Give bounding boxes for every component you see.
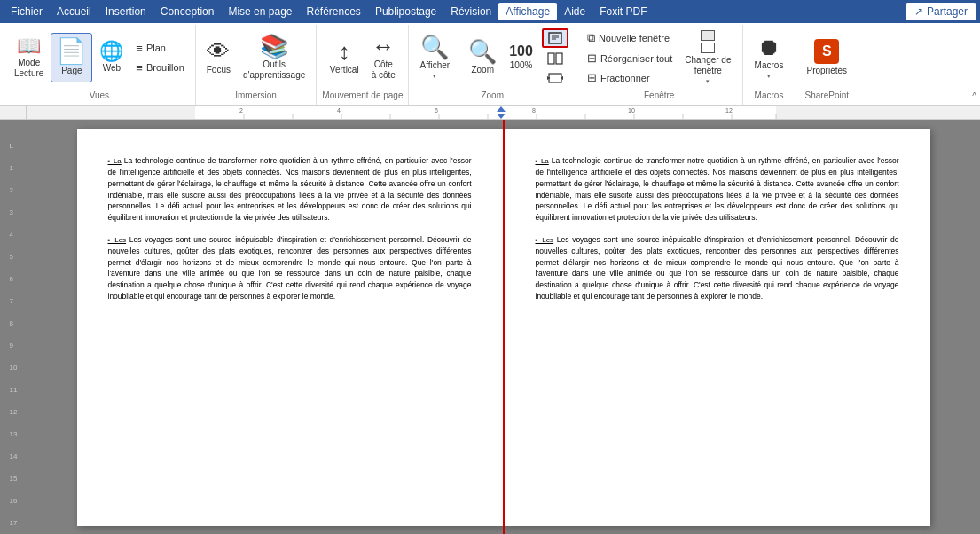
focus-icon: 👁: [207, 40, 230, 63]
menu-item-mise-en-page[interactable]: Mise en page: [221, 3, 299, 20]
svg-text:10: 10: [628, 107, 635, 114]
svg-text:12: 12: [725, 107, 733, 114]
share-button[interactable]: ↗ Partager: [906, 3, 976, 20]
menu-item-accueil[interactable]: Accueil: [50, 3, 98, 20]
page-icon: 📄: [56, 39, 87, 64]
immersion-label: Immersion: [235, 89, 277, 103]
changer-icon-top: [701, 30, 715, 41]
vertical-icon: ↕: [339, 40, 350, 63]
menu-bar-right: ↗ Partager: [906, 3, 976, 20]
changer-fenetre-button[interactable]: Changer defenêtre ▾: [679, 27, 736, 89]
menu-item-affichage[interactable]: Affichage: [498, 3, 557, 20]
menu-item-foxit[interactable]: Foxit PDF: [592, 3, 654, 20]
svg-rect-5: [556, 53, 562, 64]
zoom-icon: 🔍: [468, 40, 497, 63]
ruler-margin: [0, 106, 27, 119]
page-right-content: ▪ La La technologie continue de transfor…: [536, 155, 899, 302]
afficher-button[interactable]: 🔍 Afficher ▾: [414, 32, 455, 83]
zoom-button[interactable]: 🔍 Zoom: [463, 33, 502, 82]
left-ruler: L 1 2 3 4 5 6 7 8 9 10 11 12 13 14 15 16…: [0, 120, 27, 534]
ribbon-group-fenetre: ⧉ Nouvelle fenêtre ⊟ Réorganiser tout ⊞ …: [576, 25, 743, 105]
menu-item-references[interactable]: Références: [300, 3, 368, 20]
share-icon: ↗: [914, 5, 923, 18]
page-left-para-2: ▪ Les Les voyages sont une source inépui…: [108, 234, 472, 302]
vues-buttons: 📖 ModeLecture 📄 Page 🌐 Web ≡ Plan ≡ Brou…: [9, 27, 190, 89]
macros-button[interactable]: ⏺ Macros ▾: [749, 32, 789, 83]
proprietes-button[interactable]: S Propriétés: [802, 33, 853, 82]
fractionner-button[interactable]: ⊞ Fractionner: [582, 68, 678, 87]
afficher-dropdown: ▾: [433, 73, 436, 80]
mode-lecture-icon: 📖: [17, 36, 41, 56]
reorganiser-icon: ⊟: [587, 51, 597, 65]
page-button[interactable]: 📄 Page: [51, 33, 92, 82]
ruler-area: 2 4 6 8 10 12: [27, 106, 980, 119]
plan-button[interactable]: ≡ Plan: [130, 39, 189, 58]
outils-apprentissage-button[interactable]: 📚 Outilsd'apprentissage: [238, 31, 310, 84]
svg-rect-6: [549, 74, 561, 82]
page-width-button[interactable]: [542, 69, 568, 87]
menu-item-insertion[interactable]: Insertion: [98, 3, 153, 20]
mouvement-label: Mouvement de page: [322, 89, 403, 103]
zoom-100-icon: 100: [509, 44, 533, 59]
mouvement-buttons: ↕ Vertical ↔ Côteà côte: [325, 27, 401, 89]
page-left-content: ▪ La La technologie continue de transfor…: [108, 155, 472, 302]
pages-container[interactable]: ▪ La La technologie continue de transfor…: [27, 120, 980, 534]
brouillon-button[interactable]: ≡ Brouillon: [130, 59, 189, 77]
page-view-group: [540, 27, 570, 89]
macros-label: Macros: [755, 89, 784, 103]
one-page-icon: [547, 32, 563, 44]
svg-text:6: 6: [435, 107, 438, 114]
main-area: L 1 2 3 4 5 6 7 8 9 10 11 12 13 14 15 16…: [0, 120, 980, 534]
ribbon-group-zoom: 🔍 Afficher ▾ 🔍 Zoom 100 100%: [409, 25, 576, 105]
svg-text:8: 8: [532, 107, 536, 114]
ribbon-group-mouvement: ↕ Vertical ↔ Côteà côte Mouvement de pag…: [317, 25, 409, 105]
web-icon: 🌐: [99, 42, 123, 61]
plan-icon: ≡: [136, 42, 143, 55]
outils-icon: 📚: [260, 35, 288, 58]
changer-icon-bot: [701, 43, 715, 53]
nouvelle-fenetre-button[interactable]: ⧉ Nouvelle fenêtre: [582, 28, 678, 48]
cote-a-cote-button[interactable]: ↔ Côteà côte: [366, 31, 401, 84]
macros-dropdown: ▾: [767, 73, 771, 80]
ribbon-collapse-button[interactable]: ^: [972, 91, 976, 101]
vertical-button[interactable]: ↕ Vertical: [325, 33, 365, 82]
page-right-para-2: ▪ Les Les voyages sont une source inépui…: [536, 234, 899, 302]
para2-marker: ▪ Les: [108, 236, 127, 244]
para3-marker: ▪ La: [536, 157, 549, 165]
menu-item-conception[interactable]: Conception: [153, 3, 222, 20]
zoom-100-button[interactable]: 100 100%: [504, 33, 538, 82]
afficher-icon: 🔍: [420, 35, 449, 59]
nouvelle-fenetre-icon: ⧉: [587, 31, 595, 45]
cote-icon: ↔: [372, 35, 395, 58]
svg-rect-0: [549, 33, 561, 43]
two-page-icon: [547, 52, 563, 65]
reorganiser-button[interactable]: ⊟ Réorganiser tout: [582, 49, 678, 67]
page-width-icon: [547, 72, 563, 84]
two-page-button[interactable]: [542, 50, 568, 67]
immersion-buttons: 👁 Focus 📚 Outilsd'apprentissage: [201, 27, 311, 89]
menu-item-aide[interactable]: Aide: [557, 3, 592, 20]
para4-marker: ▪ Les: [536, 236, 554, 244]
fenetre-small-group: ⧉ Nouvelle fenêtre ⊟ Réorganiser tout ⊞ …: [582, 28, 678, 87]
small-view-group: ≡ Plan ≡ Brouillon: [130, 39, 189, 77]
macros-buttons: ⏺ Macros ▾: [749, 27, 789, 89]
document-page-right: ▪ La La technologie continue de transfor…: [505, 129, 930, 526]
ruler-numbers: L 1 2 3 4 5 6 7 8 9 10 11 12 13 14 15 16…: [10, 142, 18, 534]
mode-lecture-button[interactable]: 📖 ModeLecture: [9, 33, 49, 82]
svg-rect-12: [195, 106, 776, 119]
ruler: 2 4 6 8 10 12: [0, 106, 980, 120]
para1-marker: ▪ La: [108, 157, 122, 165]
focus-ribbon-button[interactable]: 👁 Focus: [201, 33, 236, 82]
sharepoint-buttons: S Propriétés: [802, 27, 853, 89]
menu-item-revision[interactable]: Révision: [443, 3, 498, 20]
menu-bar: Fichier Accueil Insertion Conception Mis…: [0, 0, 980, 23]
one-page-button[interactable]: [542, 28, 568, 48]
fractionner-icon: ⊞: [587, 71, 597, 84]
menu-item-publipostage[interactable]: Publipostage: [368, 3, 443, 20]
zoom-separator: [459, 35, 459, 80]
web-button[interactable]: 🌐 Web: [94, 33, 129, 82]
brouillon-icon: ≡: [136, 61, 143, 75]
changer-icons: [701, 30, 715, 53]
sharepoint-icon: S: [814, 39, 839, 64]
menu-item-fichier[interactable]: Fichier: [4, 3, 50, 20]
